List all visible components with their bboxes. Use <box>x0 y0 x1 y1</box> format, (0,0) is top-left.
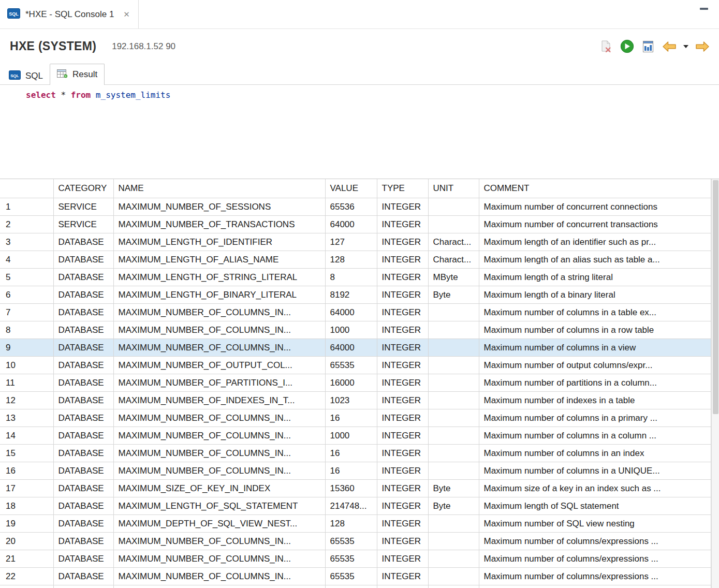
type-cell[interactable]: INTEGER <box>377 497 428 515</box>
name-cell[interactable]: MAXIMUM_NUMBER_OF_COLUMNS_IN... <box>113 550 325 568</box>
comment-cell[interactable]: Maximum number of columns in a primary .… <box>479 409 711 427</box>
name-cell[interactable]: MAXIMUM_NUMBER_OF_OUTPUT_COL... <box>113 357 325 374</box>
type-cell[interactable]: INTEGER <box>377 568 428 585</box>
type-cell[interactable]: INTEGER <box>377 462 428 480</box>
row-number-cell[interactable]: 10 <box>0 357 53 374</box>
type-cell[interactable]: INTEGER <box>377 427 428 445</box>
value-cell[interactable]: 16 <box>325 445 377 462</box>
name-cell[interactable]: MAXIMUM_LENGTH_OF_IDENTIFIER <box>113 233 325 251</box>
row-number-cell[interactable]: 2 <box>0 216 53 233</box>
type-cell[interactable]: INTEGER <box>377 198 428 216</box>
unit-cell[interactable] <box>428 392 479 409</box>
type-cell[interactable]: INTEGER <box>377 357 428 374</box>
category-cell[interactable]: DATABASE <box>53 321 113 339</box>
table-row[interactable]: 2SERVICEMAXIMUM_NUMBER_OF_TRANSACTIONS64… <box>0 216 711 233</box>
type-cell[interactable]: INTEGER <box>377 533 428 550</box>
table-chart-icon[interactable] <box>640 38 656 55</box>
type-cell[interactable]: INTEGER <box>377 251 428 269</box>
table-row[interactable]: 5DATABASEMAXIMUM_LENGTH_OF_STRING_LITERA… <box>0 269 711 286</box>
comment-cell[interactable]: Maximum number of columns in a view <box>479 339 711 357</box>
close-icon[interactable]: ✕ <box>123 10 130 19</box>
row-number-cell[interactable]: 6 <box>0 286 53 304</box>
comment-cell[interactable]: Maximum length of an alias such as table… <box>479 251 711 269</box>
category-cell[interactable]: DATABASE <box>53 585 113 588</box>
type-cell[interactable]: INTEGER <box>377 233 428 251</box>
unit-cell[interactable]: MByte <box>428 269 479 286</box>
category-cell[interactable]: DATABASE <box>53 568 113 585</box>
unit-cell[interactable] <box>428 374 479 392</box>
table-row[interactable]: 14DATABASEMAXIMUM_NUMBER_OF_COLUMNS_IN..… <box>0 427 711 445</box>
value-cell[interactable]: 8 <box>325 269 377 286</box>
column-header-comment[interactable]: COMMENT <box>479 179 711 198</box>
type-cell[interactable]: INTEGER <box>377 550 428 568</box>
row-number-cell[interactable]: 17 <box>0 480 53 497</box>
category-cell[interactable]: DATABASE <box>53 269 113 286</box>
value-cell[interactable]: 65535 <box>325 357 377 374</box>
back-icon[interactable] <box>661 38 678 55</box>
comment-cell[interactable]: Maximum number of concurrent connections <box>479 198 711 216</box>
type-cell[interactable]: INTEGER <box>377 480 428 497</box>
value-cell[interactable]: 64000 <box>325 339 377 357</box>
name-cell[interactable]: MAXIMUM_NUMBER_OF_COLUMNS_IN... <box>113 321 325 339</box>
name-cell[interactable]: MAXIMUM_NUMBER_OF_COLUMNS_IN... <box>113 568 325 585</box>
name-cell[interactable]: MAXIMUM_LENGTH_OF_STRING_LITERAL <box>113 269 325 286</box>
row-number-cell[interactable]: 18 <box>0 497 53 515</box>
row-number-cell[interactable]: 7 <box>0 304 53 321</box>
comment-cell[interactable]: Maximum number of columns/expressions ..… <box>479 568 711 585</box>
column-header-category[interactable]: CATEGORY <box>53 179 113 198</box>
table-row[interactable]: 13DATABASEMAXIMUM_NUMBER_OF_COLUMNS_IN..… <box>0 409 711 427</box>
back-dropdown-icon[interactable] <box>682 38 689 55</box>
row-number-cell[interactable]: 16 <box>0 462 53 480</box>
comment-cell[interactable]: Maximum number of concurrent transaction… <box>479 216 711 233</box>
category-cell[interactable]: SERVICE <box>53 198 113 216</box>
comment-cell[interactable]: Maximum length of a binary literal <box>479 286 711 304</box>
category-cell[interactable]: DATABASE <box>53 233 113 251</box>
category-cell[interactable]: DATABASE <box>53 497 113 515</box>
tab-sql[interactable]: SQL SQL <box>2 67 50 85</box>
unit-cell[interactable] <box>428 409 479 427</box>
row-number-cell[interactable]: 5 <box>0 269 53 286</box>
forward-icon[interactable] <box>694 38 711 55</box>
type-cell[interactable]: INTEGER <box>377 409 428 427</box>
unit-cell[interactable]: Charact... <box>428 233 479 251</box>
comment-cell[interactable]: Maximum number of columns in a column ..… <box>479 427 711 445</box>
category-cell[interactable]: DATABASE <box>53 409 113 427</box>
value-cell[interactable]: 1023 <box>325 392 377 409</box>
name-cell[interactable]: MAXIMUM_NUMBER_OF_COLUMNS_IN... <box>113 445 325 462</box>
unit-cell[interactable] <box>428 427 479 445</box>
category-cell[interactable]: DATABASE <box>53 357 113 374</box>
column-header-value[interactable]: VALUE <box>325 179 377 198</box>
name-cell[interactable]: MAXIMUM_NUMBER_OF_COLUMNS_IN... <box>113 304 325 321</box>
name-cell[interactable]: MAXIMUM_NUMBER_OF_COLUMNS_IN... <box>113 409 325 427</box>
type-cell[interactable]: INTEGER <box>377 304 428 321</box>
sql-editor[interactable]: select * from m_system_limits <box>0 85 719 179</box>
sql-console-tab[interactable]: SQL *HXE - SQL Console 1 ✕ <box>0 0 139 28</box>
column-header-unit[interactable]: UNIT <box>428 179 479 198</box>
value-cell[interactable]: 65536 <box>325 198 377 216</box>
type-cell[interactable]: INTEGER <box>377 374 428 392</box>
category-cell[interactable]: DATABASE <box>53 462 113 480</box>
type-cell[interactable]: INTEGER <box>377 585 428 588</box>
category-cell[interactable]: DATABASE <box>53 550 113 568</box>
comment-cell[interactable]: Maximum length of SQL statement <box>479 497 711 515</box>
comment-cell[interactable]: Maximum number of columns in a UNIQUE... <box>479 462 711 480</box>
unit-cell[interactable] <box>428 198 479 216</box>
type-cell[interactable]: INTEGER <box>377 339 428 357</box>
unit-cell[interactable]: Byte <box>428 286 479 304</box>
category-cell[interactable]: DATABASE <box>53 304 113 321</box>
value-cell[interactable]: 16000 <box>325 374 377 392</box>
type-cell[interactable]: INTEGER <box>377 445 428 462</box>
name-cell[interactable]: MAXIMUM_NUMBER_OF_COLUMNS_IN... <box>113 427 325 445</box>
type-cell[interactable]: INTEGER <box>377 216 428 233</box>
comment-cell[interactable]: Maximum number of output columns/expr... <box>479 357 711 374</box>
name-cell[interactable]: MAXIMUM_SIZE_OF_KEY_IN_INDEX <box>113 480 325 497</box>
category-cell[interactable]: DATABASE <box>53 480 113 497</box>
unit-cell[interactable] <box>428 462 479 480</box>
comment-cell[interactable]: Maximum number of partitions in a column… <box>479 374 711 392</box>
value-cell[interactable]: 65535 <box>325 568 377 585</box>
category-cell[interactable]: DATABASE <box>53 445 113 462</box>
category-cell[interactable]: DATABASE <box>53 392 113 409</box>
unit-cell[interactable] <box>428 533 479 550</box>
category-cell[interactable]: DATABASE <box>53 515 113 533</box>
value-cell[interactable]: 65535 <box>325 550 377 568</box>
